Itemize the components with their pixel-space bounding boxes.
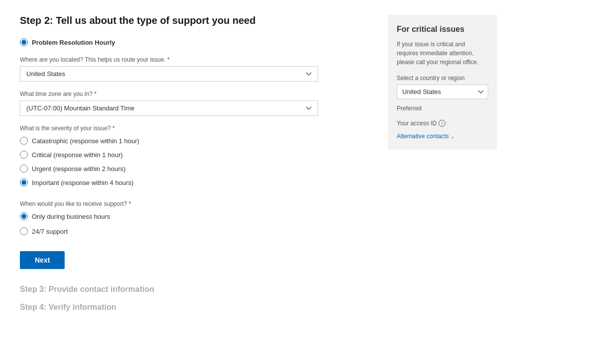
alternative-contacts-link[interactable]: Alternative contacts ⌄ [397,133,488,140]
support-business-radio[interactable] [20,212,28,220]
severity-critical-radio[interactable] [20,151,28,159]
sidebar-select-label: Select a country or region [397,75,488,82]
sidebar-country-select[interactable]: United States United Kingdom Canada Aust… [397,85,488,99]
sidebar-title: For critical issues [397,25,488,34]
support-type-radio[interactable] [20,38,28,46]
sidebar-preferred-label: Preferred [397,105,488,112]
severity-catastrophic-label[interactable]: Catastrophic (response within 1 hour) [32,137,139,145]
support-247-row: 24/7 support [20,227,368,235]
severity-options: Catastrophic (response within 1 hour) Cr… [20,137,368,191]
severity-catastrophic-radio[interactable] [20,137,28,145]
step3-title: Step 3: Provide contact information [20,285,368,294]
location-label: Where are you located? This helps us rou… [20,56,368,63]
severity-urgent-row: Urgent (response within 2 hours) [20,165,368,173]
severity-urgent-radio[interactable] [20,165,28,173]
sidebar-access-id: Your access ID i [397,120,488,127]
severity-urgent-label[interactable]: Urgent (response within 2 hours) [32,165,126,173]
main-content: Step 2: Tell us about the type of suppor… [20,15,368,349]
support-time-section: When would you like to receive support? … [20,200,368,240]
severity-section: What is the severity of your issue? * Ca… [20,125,368,191]
support-time-label: When would you like to receive support? … [20,200,368,207]
access-id-info-icon[interactable]: i [438,120,445,127]
support-247-label[interactable]: 24/7 support [32,228,68,235]
location-select[interactable]: United States United Kingdom Canada Aust… [20,66,318,82]
sidebar: For critical issues If your issue is cri… [388,15,497,150]
support-business-label[interactable]: Only during business hours [32,213,110,220]
severity-important-label[interactable]: Important (response within 4 hours) [32,179,133,186]
next-button[interactable]: Next [20,251,65,269]
support-time-options: Only during business hours 24/7 support [20,212,368,240]
timezone-group: What time zone are you in? * (UTC-12:00)… [20,91,368,116]
severity-important-radio[interactable] [20,179,28,186]
severity-label: What is the severity of your issue? * [20,125,368,132]
severity-catastrophic-row: Catastrophic (response within 1 hour) [20,137,368,145]
severity-important-row: Important (response within 4 hours) [20,179,368,186]
support-business-row: Only during business hours [20,212,368,220]
location-group: Where are you located? This helps us rou… [20,56,368,82]
sidebar-body: If your issue is critical and requires i… [397,40,488,67]
chevron-down-icon: ⌄ [450,134,454,139]
support-247-radio[interactable] [20,227,28,235]
step4-title: Step 4: Verify information [20,303,368,312]
timezone-select[interactable]: (UTC-12:00) International Date Line West… [20,100,318,116]
page-title: Step 2: Tell us about the type of suppor… [20,15,368,26]
severity-critical-row: Critical (response within 1 hour) [20,151,368,159]
timezone-label: What time zone are you in? * [20,91,368,97]
severity-critical-label[interactable]: Critical (response within 1 hour) [32,151,123,159]
support-type-row: Problem Resolution Hourly [20,38,368,46]
support-type-label: Problem Resolution Hourly [32,39,115,46]
